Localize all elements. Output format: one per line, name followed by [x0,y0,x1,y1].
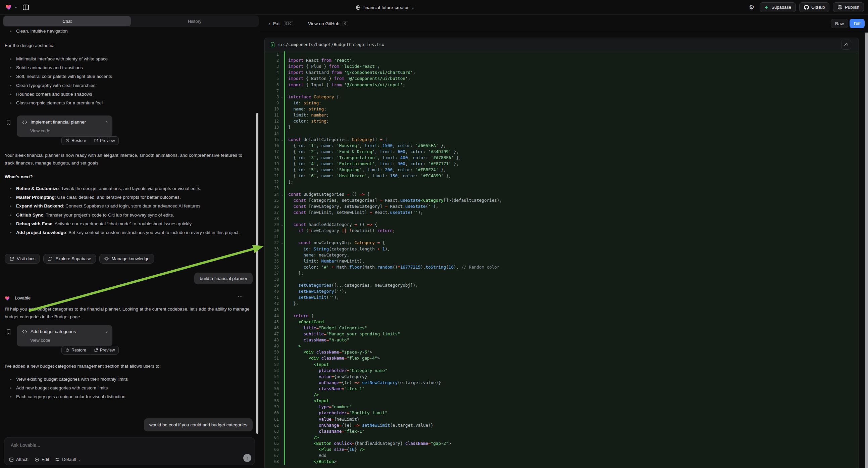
manage-knowledge-button[interactable]: Manage knowledge [99,254,154,264]
project-menu[interactable]: financial-future-creator ⌄ [355,0,414,15]
code-text: <Input [284,398,859,404]
bullet-dot [10,387,11,389]
line-number: 59 [265,404,280,410]
bullet-item: Clean, intuitive navigation [5,27,68,36]
code-line: 56 className="flex-1" [265,386,859,392]
restore-button[interactable]: Restore [62,346,90,354]
code-line: 16 { id: '1', name: 'Housing', limit: 15… [265,143,859,149]
code-text: }; [284,300,859,306]
assistant-paragraph: Your sleek financial planner is now read… [5,151,252,167]
fold-spacer [280,124,284,130]
visit-docs-button[interactable]: Visit docs [5,254,40,264]
bookmark-icon[interactable] [6,329,11,335]
code-line: 19 { id: '4', name: 'Entertainment', lim… [265,161,859,167]
github-button[interactable]: GitHub [799,2,829,12]
publish-button[interactable]: Publish [833,2,864,12]
line-number: 21 [265,173,280,179]
view-code-link[interactable]: View code [30,128,50,133]
prompt-placeholder: Ask Lovable... [11,442,40,448]
code-line: 5import { Button } from '@/components/ui… [265,76,859,82]
line-number: 45 [265,319,280,325]
code-line: 46 title="Budget Categories" [265,325,859,331]
fold-spacer [280,143,284,149]
line-number: 27 [265,209,280,215]
code-scrollbar[interactable] [865,33,868,468]
line-number: 67 [265,452,280,459]
line-number: 36 [265,264,280,270]
bullet-dot [10,103,11,104]
chevron-down-icon: ⌄ [78,458,81,461]
fold-spacer [280,404,284,410]
tab-history[interactable]: History [131,16,258,26]
line-number: 49 [265,343,280,349]
version-card-add-budget-categories[interactable]: Add budget categories View code › [17,325,113,347]
code-text: type="number" [284,404,859,410]
bullet-item: Add new budget categories with custom li… [5,384,253,392]
more-options-icon[interactable]: ⋯ [238,293,243,299]
external-link-icon [94,139,98,143]
explore-supabase-button[interactable]: Explore Supabase [43,254,96,264]
code-line: 1 [265,51,859,57]
chat-history-tabs: Chat History [3,16,259,27]
fold-spacer [280,429,284,434]
restore-button[interactable]: Restore [62,137,90,145]
fold-spacer [280,374,284,380]
mode-select[interactable]: Default ⌄ [55,457,81,462]
code-line: 32⌄ const newCategoryObj: Category = { [265,240,859,246]
code-line: 54 value={newCategory} [265,374,859,380]
line-number: 5 [265,76,280,82]
raw-toggle-button[interactable]: Raw [831,19,848,28]
code-line: 57 /> [265,392,859,398]
send-button[interactable]: ↑ [243,454,251,462]
preview-button[interactable]: Preview [90,137,118,145]
line-number: 38 [265,276,280,282]
view-on-github-link[interactable]: View on GitHub [308,21,340,26]
code-line: 20 { id: '5', name: 'Shopping', limit: 2… [265,167,859,173]
fold-spacer [280,185,284,191]
fold-chevron-icon: ⌄ [280,137,284,143]
line-number: 35 [265,258,280,264]
prompt-input[interactable]: Ask Lovable... Attach Edit Default ⌄ ↑ [4,437,255,465]
tab-chat[interactable]: Chat [3,16,131,26]
supabase-button[interactable]: Supabase [760,2,796,12]
code-line: 24⌄const BudgetCategories = () => { [265,192,859,197]
code-line: 44 return ( [265,313,859,319]
settings-gear-icon[interactable]: ⚙ [747,3,756,12]
exit-button[interactable]: Exit [273,21,281,26]
code-line: 33 id: String(categories.length + 1), [265,246,859,252]
fold-spacer [280,215,284,222]
lovable-avatar [5,295,11,301]
fold-spacer [280,100,284,106]
view-code-link[interactable]: View code [30,338,50,343]
bullet-item: Glass-morphic elements for a premium fee… [5,99,253,108]
code-line: 60 placeholder="Monthly limit" [265,410,859,416]
file-diff-card: src/components/budget/BudgetCategories.t… [265,38,859,468]
added-bullet-list: View existing budget categories with the… [5,375,253,402]
code-line: 67 Add [265,452,859,459]
code-text: return ( [284,313,859,319]
code-text: import { Button } from '@/components/ui/… [284,76,859,82]
attach-button[interactable]: Attach [9,457,29,462]
code-text: className="flex-1" [284,429,859,434]
chat-scrollbar[interactable] [256,113,258,434]
external-link-icon [94,348,98,352]
code-line: 53 placeholder="Category name" [265,368,859,374]
fold-spacer [280,398,284,404]
edit-mode-button[interactable]: Edit [35,457,49,462]
code-line: 29⌄ const handleAddCategory = () => { [265,222,859,228]
quick-actions-row: Visit docs Explore Supabase Manage knowl… [5,254,154,264]
code-text: } [284,124,859,130]
code-line: 51 <div className="flex gap-4"> [265,355,859,361]
code-editor[interactable]: 12import React from 'react';3import { Pl… [265,51,859,465]
graduation-cap-icon [104,257,109,261]
preview-button[interactable]: Preview [90,346,118,354]
fold-spacer [280,410,284,416]
collapse-file-button[interactable] [841,39,851,50]
line-number: 33 [265,246,280,252]
diff-toggle-button[interactable]: Diff [849,19,865,28]
code-text: onChange={(e) => setNewLimit(e.target.va… [284,422,859,429]
version-card-implement-financial-planner[interactable]: Implement financial planner View code › [17,116,113,137]
code-text: title="Budget Categories" [284,325,859,331]
bullet-dot [10,379,11,380]
bookmark-icon[interactable] [6,119,11,125]
